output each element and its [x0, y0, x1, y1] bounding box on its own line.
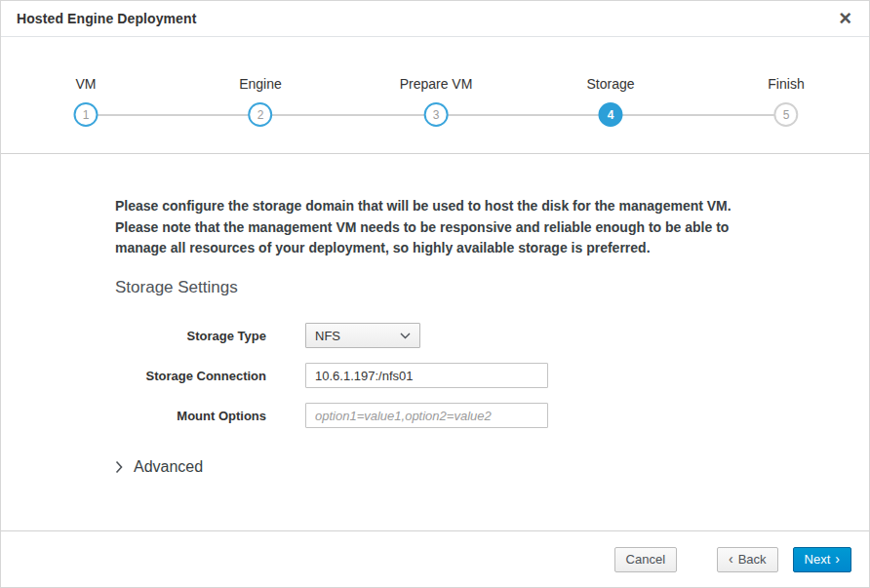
storage-type-select[interactable]: NFS [305, 323, 420, 348]
step-label: Engine [239, 76, 282, 92]
angle-right-icon: › [835, 552, 840, 566]
advanced-label: Advanced [134, 458, 203, 476]
step-number: 4 [608, 108, 614, 122]
step-label: Finish [768, 76, 804, 92]
wizard-step-finish[interactable]: Finish 5 [768, 37, 804, 127]
back-button[interactable]: ‹ Back [717, 547, 778, 572]
back-button-label: Back [738, 553, 767, 566]
storage-type-row: Storage Type NFS [115, 323, 771, 348]
cancel-button[interactable]: Cancel [614, 547, 677, 572]
advanced-expander[interactable]: Advanced [115, 458, 771, 476]
storage-connection-input[interactable] [305, 363, 548, 388]
storage-settings-heading: Storage Settings [115, 278, 771, 297]
mount-options-row: Mount Options [115, 403, 771, 428]
dialog-footer: Cancel ‹ Back Next › [1, 530, 869, 587]
storage-connection-row: Storage Connection [115, 363, 771, 388]
storage-step-content: Please configure the storage domain that… [1, 196, 869, 476]
step-circle: 3 [423, 102, 448, 127]
step-number: 3 [433, 108, 440, 122]
chevron-down-icon [400, 333, 411, 339]
next-button[interactable]: Next › [793, 547, 851, 572]
storage-description-text: Please configure the storage domain that… [115, 196, 774, 259]
storage-type-label: Storage Type [115, 329, 266, 343]
mount-options-input[interactable] [305, 403, 548, 428]
hosted-engine-deployment-dialog: Hosted Engine Deployment × VM 1 Engine 2… [0, 0, 870, 588]
angle-left-icon: ‹ [729, 552, 733, 566]
wizard-step-vm[interactable]: VM 1 [74, 37, 99, 127]
step-circle: 2 [249, 102, 273, 127]
step-number: 5 [783, 108, 790, 122]
mount-options-label: Mount Options [115, 409, 266, 423]
wizard-step-engine[interactable]: Engine 2 [239, 37, 282, 127]
step-number: 2 [257, 108, 264, 122]
wizard-steps-bar: VM 1 Engine 2 Prepare VM 3 Storage 4 Fin… [1, 37, 869, 154]
step-number: 1 [83, 108, 90, 122]
storage-connection-label: Storage Connection [115, 369, 266, 383]
storage-type-value: NFS [315, 329, 340, 343]
dialog-title: Hosted Engine Deployment [17, 11, 196, 26]
step-label: Storage [586, 76, 634, 92]
close-icon[interactable]: × [837, 9, 853, 28]
step-circle: 1 [74, 102, 99, 127]
storage-settings-form: Storage Type NFS Storage Connection Moun… [115, 323, 771, 428]
step-circle-active: 4 [598, 102, 622, 127]
dialog-header: Hosted Engine Deployment × [1, 1, 869, 37]
step-label: VM [74, 76, 99, 92]
wizard-step-prepare-vm[interactable]: Prepare VM 3 [400, 37, 473, 127]
step-label: Prepare VM [400, 76, 473, 92]
next-button-label: Next [805, 553, 831, 566]
step-circle: 5 [773, 102, 798, 127]
chevron-right-icon [115, 460, 123, 474]
wizard-step-storage[interactable]: Storage 4 [586, 37, 634, 127]
